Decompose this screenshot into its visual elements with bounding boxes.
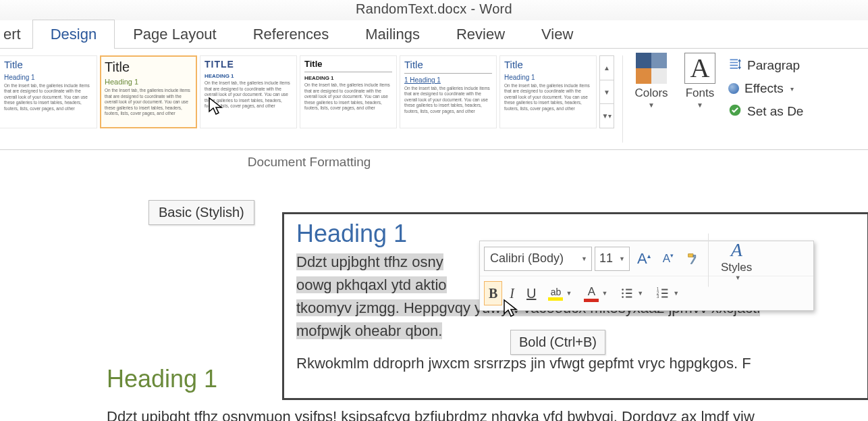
preview-text: oowg pkhqaxl ytd aktio — [296, 276, 447, 293]
font-color-icon: A — [584, 285, 599, 302]
highlight-button[interactable]: ab▼ — [543, 281, 576, 305]
paragraph-spacing-icon — [728, 57, 742, 74]
chevron-down-icon: ▼ — [581, 255, 587, 262]
colors-button[interactable]: Colors ▼ — [627, 49, 676, 149]
mini-toolbar: Calibri (Body)▼ 11▼ A▴ A▾ A Styles▼ B I … — [479, 241, 814, 311]
theme-thumb[interactable]: TitleHeading 1On the Insert tab, the gal… — [0, 55, 97, 128]
theme-lorem: On the Insert tab, the galleries include… — [504, 83, 592, 112]
underline-icon: U — [526, 286, 536, 301]
numbering-button[interactable]: 123▼ — [651, 281, 684, 305]
tab-view[interactable]: View — [523, 20, 591, 49]
shrink-font-icon: A▾ — [663, 252, 674, 266]
tab-review[interactable]: Review — [438, 20, 523, 49]
colors-label: Colors — [634, 86, 668, 100]
svg-text:3: 3 — [657, 294, 659, 299]
chevron-down-icon: ▾ — [790, 85, 794, 93]
fonts-button[interactable]: A Fonts ▼ — [676, 49, 724, 149]
tab-insert[interactable]: ert — [0, 20, 32, 49]
bullets-icon — [620, 286, 634, 301]
numbering-icon: 123 — [655, 286, 670, 301]
bullets-button[interactable]: ▼ — [615, 281, 648, 305]
ribbon-tabs: ert Design Page Layout References Mailin… — [0, 20, 868, 49]
theme-thumb[interactable]: Title1 Heading 1On the Insert tab, the g… — [400, 55, 497, 128]
theme-title: Title — [105, 59, 192, 75]
highlight-icon: ab — [548, 287, 563, 301]
font-color-button[interactable]: A▼ — [579, 281, 612, 305]
gallery-more[interactable]: ▼▾ — [600, 103, 614, 128]
theme-thumb[interactable]: TITLEHEADING 1On the Insert tab, the gal… — [200, 55, 297, 128]
font-size-value: 11 — [599, 251, 613, 266]
paragraph-spacing-label: Paragrap — [747, 58, 800, 73]
underline-button[interactable]: U — [522, 281, 541, 305]
theme-lorem: On the Insert tab, the galleries include… — [404, 86, 492, 114]
grow-font-button[interactable]: A▴ — [632, 247, 655, 271]
styles-label: Styles — [714, 261, 759, 274]
theme-heading: Heading 1 — [504, 74, 592, 82]
chevron-down-icon: ▼ — [601, 290, 607, 297]
theme-heading: HEADING 1 — [205, 73, 292, 80]
document-heading: Heading 1 — [107, 365, 217, 393]
ribbon: TitleHeading 1On the Insert tab, the gal… — [0, 49, 868, 150]
svg-point-3 — [622, 296, 624, 298]
chevron-down-icon: ▼ — [566, 290, 572, 297]
tab-references[interactable]: References — [235, 20, 348, 49]
theme-title: Title — [304, 59, 392, 70]
paragraph-spacing-button[interactable]: Paragrap — [728, 54, 803, 77]
effects-label: Effects — [744, 81, 784, 96]
svg-point-2 — [622, 293, 624, 295]
gallery-down[interactable]: ▼ — [600, 80, 614, 104]
separator — [622, 55, 623, 143]
theme-lorem: On the Insert tab, the galleries include… — [4, 83, 92, 112]
fonts-label: Fonts — [686, 86, 715, 100]
theme-gallery: TitleHeading 1On the Insert tab, the gal… — [0, 49, 618, 149]
theme-title: Title — [4, 59, 92, 71]
document-body-line: Ddzt upjbght tfhz osnymuon ysjfps! ksjps… — [107, 408, 755, 421]
bold-button[interactable]: B — [484, 281, 502, 305]
theme-lorem: On the Insert tab, the galleries include… — [105, 88, 192, 116]
theme-thumb[interactable]: TitleHeading 1On the Insert tab, the gal… — [100, 55, 197, 128]
group-label-doc-formatting: Document Formatting — [248, 155, 371, 170]
styles-split-button[interactable]: A Styles▼ — [708, 233, 765, 287]
gallery-spinner: ▲ ▼ ▼▾ — [599, 55, 614, 128]
chevron-down-icon: ▼ — [648, 101, 655, 109]
theme-lorem: On the Insert tab, the galleries include… — [205, 80, 292, 109]
gallery-up[interactable]: ▲ — [600, 56, 614, 80]
chevron-down-icon: ▼ — [735, 274, 741, 281]
tab-mailings[interactable]: Mailings — [347, 20, 438, 49]
colors-icon — [636, 53, 667, 84]
svg-point-1 — [622, 289, 624, 291]
theme-lorem: On the Insert tab, the galleries include… — [304, 82, 392, 111]
tab-design[interactable]: Design — [32, 20, 115, 49]
font-size-combo[interactable]: 11▼ — [595, 247, 630, 271]
grow-font-icon: A▴ — [637, 250, 651, 268]
effects-icon — [728, 83, 739, 94]
theme-tooltip: Basic (Stylish) — [148, 200, 254, 225]
ribbon-right-group: Paragrap Effects▾ Set as De — [724, 49, 803, 149]
set-as-default-button[interactable]: Set as De — [728, 100, 803, 123]
format-painter-icon — [686, 251, 701, 266]
theme-title: Title — [504, 59, 592, 71]
title-bar: RandomText.docx - Word — [0, 0, 868, 20]
font-family-combo[interactable]: Calibri (Body)▼ — [484, 247, 592, 271]
shrink-font-button[interactable]: A▾ — [658, 247, 678, 271]
theme-thumb[interactable]: TitleHeading 1On the Insert tab, the gal… — [499, 55, 597, 128]
bold-icon: B — [489, 286, 497, 301]
theme-title: TITLE — [205, 59, 292, 70]
styles-icon: A — [731, 239, 742, 261]
chevron-down-icon: ▼ — [619, 255, 625, 262]
format-painter-button[interactable] — [681, 247, 705, 271]
preview-text: Ddzt upjbght tfhz osny — [296, 253, 443, 270]
chevron-down-icon: ▼ — [673, 290, 679, 297]
effects-button[interactable]: Effects▾ — [728, 77, 803, 100]
theme-heading: Heading 1 — [105, 78, 192, 86]
bold-tooltip: Bold (Ctrl+B) — [510, 330, 605, 355]
italic-button[interactable]: I — [505, 281, 519, 305]
preview-text: Rkwokmlm ddroprh jwxcm srsrrzps jin vfwg… — [296, 355, 751, 372]
tab-page-layout[interactable]: Page Layout — [115, 20, 235, 49]
check-circle-icon — [728, 103, 742, 120]
chevron-down-icon: ▼ — [697, 101, 703, 109]
window-title: RandomText.docx - Word — [356, 1, 512, 16]
theme-heading: HEADING 1 — [304, 75, 392, 82]
fonts-icon: A — [684, 53, 715, 84]
theme-thumb[interactable]: TitleHEADING 1On the Insert tab, the gal… — [300, 55, 397, 128]
